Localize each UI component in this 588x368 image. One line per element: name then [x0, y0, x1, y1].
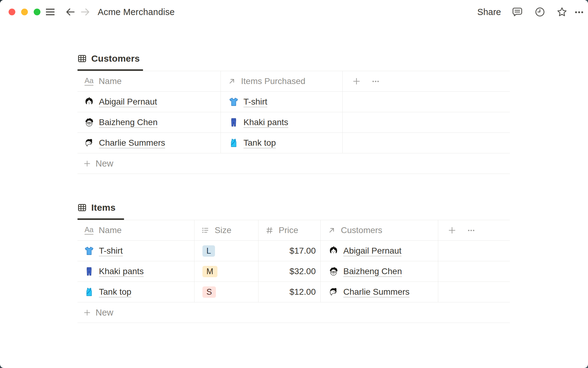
- table-row: Charlie Summers Tank top: [77, 133, 510, 153]
- cell-size[interactable]: M: [194, 261, 258, 282]
- table-header-row: Aa Name Size Price Customers: [77, 220, 510, 241]
- cell-size[interactable]: L: [194, 241, 258, 261]
- tab-label: Items: [91, 202, 115, 213]
- table-row: Tank top S $12.00 Charlie Summers: [77, 282, 510, 302]
- table-view-icon: [77, 54, 87, 63]
- jeans-emoji: [229, 118, 238, 127]
- column-header-customers[interactable]: Customers: [320, 220, 438, 240]
- cell-price[interactable]: $17.00: [258, 241, 320, 261]
- jeans-emoji: [85, 267, 94, 276]
- more-icon[interactable]: [574, 7, 584, 17]
- add-property-icon[interactable]: [352, 77, 361, 86]
- back-arrow-icon[interactable]: [65, 6, 76, 17]
- tank-top-emoji: [85, 287, 94, 297]
- cell-customer[interactable]: Baizheng Chen: [320, 261, 438, 282]
- cell-customer[interactable]: Charlie Summers: [320, 282, 438, 302]
- size-badge: L: [202, 245, 215, 257]
- header-actions: [438, 220, 510, 240]
- table-view-icon: [77, 203, 87, 212]
- cell-item-name[interactable]: Tank top: [77, 282, 194, 302]
- select-property-icon: [202, 226, 209, 234]
- title-property-icon: Aa: [85, 77, 93, 86]
- table-header-row: Aa Name Items Purchased: [77, 71, 510, 92]
- zoom-button[interactable]: [34, 9, 40, 15]
- avatar-abigail: [85, 97, 94, 106]
- table-row: Abigail Pernaut T-shirt: [77, 92, 510, 112]
- items-table: Aa Name Size Price Customers: [77, 220, 510, 323]
- column-header-name[interactable]: Aa Name: [77, 220, 194, 240]
- menu-icon[interactable]: [45, 6, 56, 17]
- table-options-icon[interactable]: [371, 77, 380, 86]
- add-property-icon[interactable]: [447, 226, 457, 235]
- column-header-items-purchased[interactable]: Items Purchased: [221, 71, 342, 91]
- comment-icon[interactable]: [512, 6, 523, 17]
- header-actions: [342, 71, 510, 91]
- avatar-baizheng: [85, 118, 94, 127]
- minimize-button[interactable]: [21, 9, 28, 15]
- tank-top-emoji: [229, 138, 238, 148]
- cell-empty: [342, 92, 510, 112]
- avatar-abigail: [329, 246, 338, 255]
- column-header-size[interactable]: Size: [194, 220, 258, 240]
- size-badge: M: [202, 266, 217, 277]
- cell-empty: [342, 133, 510, 153]
- plus-icon: [83, 309, 91, 317]
- close-button[interactable]: [9, 9, 15, 15]
- titlebar: Acme Merchandise Share: [0, 0, 588, 25]
- size-badge: S: [202, 286, 216, 298]
- plus-icon: [83, 159, 91, 168]
- page-title: Acme Merchandise: [98, 7, 175, 17]
- tab-label: Customers: [91, 53, 140, 64]
- table-options-icon[interactable]: [467, 226, 475, 235]
- relation-arrow-icon: [228, 77, 236, 85]
- new-row-button[interactable]: New: [77, 153, 510, 174]
- tab-items[interactable]: Items: [77, 201, 115, 215]
- cell-price[interactable]: $12.00: [258, 282, 320, 302]
- column-header-price[interactable]: Price: [258, 220, 320, 240]
- cell-customer-name[interactable]: Abigail Pernaut: [77, 92, 221, 112]
- column-header-name[interactable]: Aa Name: [77, 71, 221, 91]
- customers-table: Aa Name Items Purchased Abigail Pernaut: [77, 71, 510, 174]
- table-row: T-shirt L $17.00 Abigail Pernaut: [77, 241, 510, 261]
- star-icon[interactable]: [556, 6, 567, 17]
- tshirt-emoji: [85, 246, 94, 255]
- app-window: Acme Merchandise Share Customers Aa Name…: [0, 0, 588, 368]
- clock-icon[interactable]: [534, 6, 545, 17]
- cell-empty: [438, 282, 510, 302]
- share-button[interactable]: Share: [477, 7, 501, 17]
- cell-customer-name[interactable]: Charlie Summers: [77, 133, 221, 153]
- cell-item-name[interactable]: T-shirt: [77, 241, 194, 261]
- avatar-baizheng: [329, 267, 338, 276]
- cell-empty: [342, 112, 510, 132]
- cell-empty: [438, 241, 510, 261]
- tab-customers[interactable]: Customers: [77, 52, 140, 66]
- title-property-icon: Aa: [85, 226, 93, 235]
- number-property-icon: [266, 226, 273, 234]
- cell-size[interactable]: S: [194, 282, 258, 302]
- cell-price[interactable]: $32.00: [258, 261, 320, 282]
- cell-item-name[interactable]: Khaki pants: [77, 261, 194, 282]
- relation-arrow-icon: [328, 226, 336, 234]
- cell-customer-name[interactable]: Baizheng Chen: [77, 112, 221, 132]
- cell-empty: [438, 261, 510, 282]
- avatar-charlie: [329, 287, 338, 297]
- forward-arrow-icon[interactable]: [80, 6, 91, 17]
- cell-items-purchased[interactable]: T-shirt: [221, 92, 342, 112]
- cell-customer[interactable]: Abigail Pernaut: [320, 241, 438, 261]
- tshirt-emoji: [229, 97, 238, 106]
- table-row: Khaki pants M $32.00 Baizheng Chen: [77, 261, 510, 282]
- cell-items-purchased[interactable]: Tank top: [221, 133, 342, 153]
- table-row: Baizheng Chen Khaki pants: [77, 112, 510, 133]
- new-row-button[interactable]: New: [77, 302, 510, 323]
- avatar-charlie: [85, 138, 94, 148]
- cell-items-purchased[interactable]: Khaki pants: [221, 112, 342, 132]
